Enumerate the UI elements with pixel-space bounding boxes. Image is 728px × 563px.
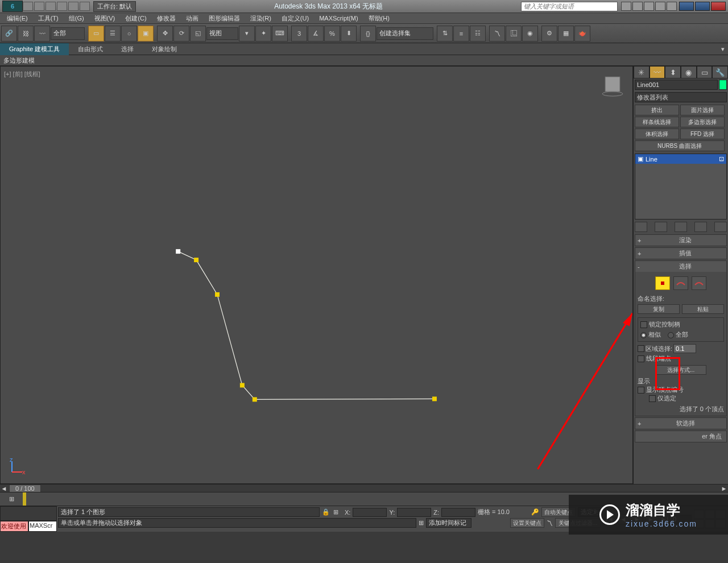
show-end-result-icon[interactable] (655, 222, 667, 232)
menu-views[interactable]: 视图(V) (90, 13, 120, 24)
rollout-selection-header[interactable]: -选择 (635, 261, 726, 272)
similar-radio[interactable] (640, 332, 647, 338)
display-tab-icon[interactable]: ▭ (697, 66, 713, 78)
timetag-icon[interactable]: ⊞ (419, 519, 424, 527)
key-icon[interactable]: 🔑 (531, 508, 539, 516)
lock-handles-checkbox[interactable] (640, 321, 647, 328)
menu-group[interactable]: 组(G) (64, 13, 89, 24)
named-selection-dropdown[interactable]: 创建选择集 (377, 27, 433, 40)
rollout-softselection-header[interactable]: +软选择 (635, 418, 726, 429)
current-frame-marker[interactable] (23, 492, 26, 506)
hierarchy-tab-icon[interactable]: ⬍ (665, 66, 681, 78)
modbtn-polyselect[interactable]: 多边形选择 (680, 117, 725, 127)
time-scrollbar[interactable]: ◄ 0 / 100 ► (0, 484, 728, 492)
pivot-button[interactable]: ▾ (239, 26, 255, 42)
bind-icon[interactable]: 〰 (34, 26, 50, 42)
track-config-icon[interactable]: ⊞ (9, 495, 14, 503)
seg-ends-checkbox[interactable] (638, 355, 644, 362)
subscription-icon[interactable] (632, 2, 643, 11)
qat-redo-icon[interactable] (68, 2, 78, 11)
ribbon-tab-graphite[interactable]: Graphite 建模工具 (0, 43, 69, 55)
refcoord-dropdown[interactable]: 视图 (206, 27, 238, 40)
z-coord-field[interactable] (441, 508, 475, 517)
ribbon-tab-objectpaint[interactable]: 对象绘制 (143, 43, 186, 55)
time-tag-field[interactable] (426, 518, 471, 528)
exchange-icon[interactable] (644, 2, 654, 11)
menu-tools[interactable]: 工具(T) (34, 13, 63, 24)
select-by-name-button[interactable]: ☰ (105, 26, 121, 42)
render-frame-button[interactable]: ▦ (558, 26, 574, 42)
remove-modifier-icon[interactable] (694, 222, 707, 232)
rollout-geometry-header[interactable]: er 角点 (635, 431, 726, 442)
vertex-subobject-button[interactable] (655, 276, 670, 290)
copy-named-button[interactable]: 复制 (638, 304, 680, 314)
editnamedsel-button[interactable]: {} (360, 26, 376, 42)
modifier-stack[interactable]: ▣ Line ⊡ (635, 154, 727, 220)
snap-3-button[interactable]: 3 (291, 26, 307, 42)
modbtn-extrude[interactable]: 挤出 (635, 105, 679, 115)
modbtn-nurbs[interactable]: NURBS 曲面选择 (635, 140, 725, 151)
area-select-checkbox[interactable] (638, 345, 644, 352)
time-slider[interactable]: 0 / 100 (9, 485, 41, 492)
minimize-button[interactable] (679, 2, 694, 11)
manipulate-button[interactable]: ✦ (255, 26, 271, 42)
layers-button[interactable]: ☷ (470, 26, 486, 42)
unlink-icon[interactable]: ⛓ (18, 26, 34, 42)
rotate-button[interactable]: ⟳ (173, 26, 189, 42)
favorites-icon[interactable] (655, 2, 665, 11)
app-menu-button[interactable] (2, 1, 23, 12)
area-select-spinner[interactable] (673, 344, 696, 353)
select-object-button[interactable]: ▭ (88, 26, 104, 42)
qat-project-icon[interactable] (80, 2, 90, 11)
modbtn-splineselect[interactable]: 样条线选择 (635, 117, 679, 127)
pin-stack-icon[interactable] (635, 222, 647, 232)
spinner-snap-button[interactable]: ⬍ (341, 26, 357, 42)
object-name-field[interactable] (635, 80, 718, 90)
material-editor-button[interactable]: ◉ (522, 26, 538, 42)
select-region-circle-button[interactable]: ○ (121, 26, 137, 42)
object-color-swatch[interactable] (719, 80, 727, 90)
stack-item-line[interactable]: ▣ Line ⊡ (635, 154, 726, 164)
mirror-button[interactable]: ⇅ (437, 26, 453, 42)
spline-subobject-button[interactable] (692, 276, 706, 290)
select-by-button[interactable]: 选择方式... (655, 365, 706, 375)
selected-only-checkbox[interactable] (649, 395, 656, 402)
keyboard-shortcut-button[interactable]: ⌨ (272, 26, 288, 42)
ribbon-tab-freeform[interactable]: 自由形式 (69, 43, 112, 55)
menu-edit[interactable]: 编辑(E) (2, 13, 32, 24)
scroll-left-icon[interactable]: ◄ (0, 485, 8, 492)
menu-help[interactable]: 帮助(H) (364, 13, 394, 24)
window-crossing-button[interactable]: ▣ (138, 26, 154, 42)
ribbon-tab-selection[interactable]: 选择 (112, 43, 143, 55)
isolate-icon[interactable]: ⊞ (333, 508, 342, 516)
qat-new-icon[interactable] (23, 2, 33, 11)
x-coord-field[interactable] (353, 508, 387, 517)
menu-create[interactable]: 创建(C) (121, 13, 151, 24)
configure-sets-icon[interactable] (714, 222, 727, 232)
paste-named-button[interactable]: 粘贴 (682, 304, 724, 314)
scroll-right-icon[interactable]: ► (720, 485, 728, 492)
workspace-dropdown[interactable]: 工作台: 默认 (93, 1, 136, 12)
move-button[interactable]: ✥ (157, 26, 173, 42)
curve-editor-button[interactable]: 〽 (489, 26, 505, 42)
align-button[interactable]: ≡ (453, 26, 469, 42)
setkey-button[interactable]: 设置关键点 (510, 518, 544, 528)
maximize-button[interactable] (695, 2, 710, 11)
menu-customize[interactable]: 自定义(U) (277, 13, 313, 24)
menu-rendering[interactable]: 渲染(R) (246, 13, 276, 24)
percent-snap-button[interactable]: % (324, 26, 340, 42)
modifier-list-dropdown[interactable]: 修改器列表 (635, 92, 727, 102)
ribbon-expand-icon[interactable]: ▾ (718, 45, 728, 53)
segment-subobject-button[interactable] (673, 276, 688, 290)
create-tab-icon[interactable]: ✳ (634, 66, 650, 78)
menu-maxscript[interactable]: MAXScript(M) (315, 14, 362, 23)
lock-selection-icon[interactable]: 🔒 (322, 508, 331, 516)
menu-grapheditors[interactable]: 图形编辑器 (204, 13, 245, 24)
maxscript-mini-listener[interactable] (0, 506, 57, 521)
stack-item-control-icon[interactable]: ⊡ (719, 155, 724, 163)
rollout-rendering-header[interactable]: +渲染 (635, 235, 726, 246)
render-setup-button[interactable]: ⚙ (541, 26, 557, 42)
viewport-front[interactable]: [+] [前] [线框] z x (0, 66, 633, 484)
menu-animation[interactable]: 动画 (181, 13, 203, 24)
y-coord-field[interactable] (397, 508, 431, 517)
